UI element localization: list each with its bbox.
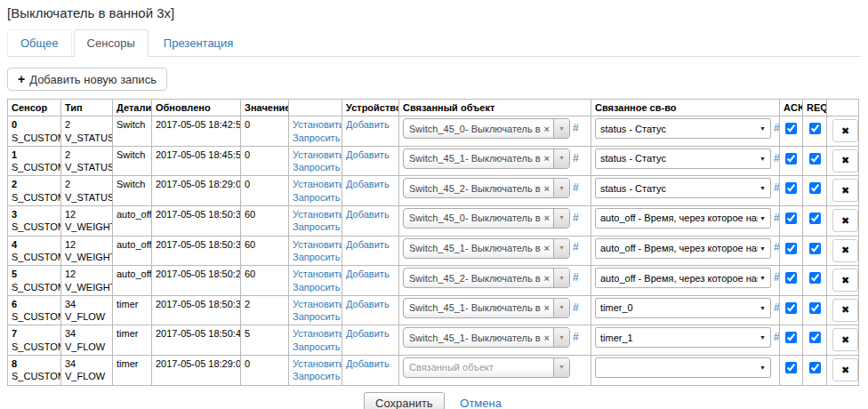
clear-icon[interactable]: × — [541, 123, 553, 135]
linked-object-select[interactable]: Switch_45_2- Выключатель в прихо... × ▾ — [403, 178, 570, 198]
delete-row-button[interactable]: ✖ — [832, 149, 858, 172]
add-device-link[interactable]: Добавить — [346, 327, 395, 340]
linked-property-select[interactable]: auto_off - Время, через которое нагрузку… — [595, 268, 771, 288]
object-hash-link[interactable]: # — [573, 122, 579, 136]
linked-object-select[interactable]: Switch_45_1- Выключатель в ванно... × ▾ — [403, 238, 570, 259]
add-device-link[interactable]: Добавить — [346, 118, 395, 131]
req-checkbox[interactable] — [809, 362, 821, 373]
linked-object-select[interactable]: Switch_45_1- Выключатель в ванно... × ▾ — [403, 298, 570, 318]
req-checkbox[interactable] — [809, 332, 821, 343]
request-value-link[interactable]: Запросить — [293, 221, 338, 233]
property-hash-link[interactable]: # — [774, 212, 780, 226]
set-value-link[interactable]: Установить — [293, 208, 338, 221]
set-value-link[interactable]: Установить — [293, 238, 338, 251]
tab-presentation[interactable]: Презентация — [150, 29, 247, 56]
linked-property-select[interactable]: timer_0 ▼ — [595, 298, 771, 318]
object-hash-link[interactable]: # — [573, 181, 579, 196]
property-hash-link[interactable]: # — [774, 152, 780, 166]
req-checkbox[interactable] — [809, 302, 821, 314]
property-hash-link[interactable]: # — [774, 271, 780, 285]
request-value-link[interactable]: Запросить — [293, 341, 338, 353]
linked-property-select[interactable]: status - Статус ▼ — [595, 178, 771, 198]
object-hash-link[interactable]: # — [573, 331, 579, 345]
req-checkbox[interactable] — [809, 153, 821, 164]
object-hash-link[interactable]: # — [573, 212, 579, 226]
delete-row-button[interactable]: ✖ — [832, 239, 858, 262]
clear-icon[interactable]: × — [541, 212, 553, 224]
linked-property-select[interactable]: auto_off - Время, через которое нагрузку… — [595, 208, 771, 229]
linked-object-select[interactable]: Связанный объект × ▾ — [403, 357, 570, 378]
set-value-link[interactable]: Установить — [293, 357, 338, 370]
linked-object-select[interactable]: Switch_45_1- Выключатель в ванно... × ▾ — [403, 148, 570, 169]
delete-row-button[interactable]: ✖ — [832, 269, 858, 292]
request-value-link[interactable]: Запросить — [293, 132, 338, 144]
save-button[interactable]: Сохранить — [364, 392, 445, 409]
linked-property-select[interactable]: ▼ — [595, 357, 771, 378]
chevron-down-icon[interactable]: ▾ — [553, 239, 569, 258]
linked-property-select[interactable]: status - Статус ▼ — [595, 148, 771, 169]
property-hash-link[interactable]: # — [774, 122, 780, 136]
clear-icon[interactable]: × — [541, 152, 553, 164]
request-value-link[interactable]: Запросить — [293, 370, 338, 382]
ack-checkbox[interactable] — [785, 302, 797, 314]
object-hash-link[interactable]: # — [573, 152, 579, 166]
req-checkbox[interactable] — [809, 243, 821, 254]
linked-property-select[interactable]: status - Статус ▼ — [595, 118, 771, 139]
tab-sensors[interactable]: Сенсоры — [74, 29, 149, 57]
cancel-link[interactable]: Отмена — [460, 397, 502, 409]
add-device-link[interactable]: Добавить — [346, 208, 395, 221]
delete-row-button[interactable]: ✖ — [832, 358, 858, 381]
chevron-down-icon[interactable]: ▾ — [553, 328, 569, 347]
chevron-down-icon[interactable]: ▾ — [553, 119, 569, 138]
set-value-link[interactable]: Установить — [293, 327, 338, 340]
ack-checkbox[interactable] — [785, 362, 797, 373]
request-value-link[interactable]: Запросить — [293, 310, 338, 323]
set-value-link[interactable]: Установить — [293, 118, 338, 131]
delete-row-button[interactable]: ✖ — [832, 328, 858, 351]
linked-property-select[interactable]: timer_1 ▼ — [595, 327, 771, 348]
ack-checkbox[interactable] — [785, 123, 797, 134]
set-value-link[interactable]: Установить — [293, 298, 338, 310]
request-value-link[interactable]: Запросить — [293, 281, 338, 293]
set-value-link[interactable]: Установить — [293, 268, 338, 280]
add-device-link[interactable]: Добавить — [346, 238, 395, 251]
clear-icon[interactable]: × — [541, 332, 553, 344]
delete-row-button[interactable]: ✖ — [832, 299, 858, 322]
add-device-link[interactable]: Добавить — [346, 268, 395, 280]
ack-checkbox[interactable] — [785, 153, 797, 164]
property-hash-link[interactable]: # — [774, 331, 780, 345]
clear-icon[interactable]: × — [541, 272, 553, 285]
add-device-link[interactable]: Добавить — [346, 357, 395, 370]
add-device-link[interactable]: Добавить — [346, 148, 395, 161]
object-hash-link[interactable]: # — [573, 241, 579, 255]
delete-row-button[interactable]: ✖ — [832, 179, 858, 202]
linked-object-select[interactable]: Switch_45_0- Выключатель в ванно... × ▾ — [403, 208, 570, 229]
ack-checkbox[interactable] — [785, 243, 797, 254]
request-value-link[interactable]: Запросить — [293, 161, 338, 173]
chevron-down-icon[interactable]: ▾ — [553, 269, 569, 287]
chevron-down-icon[interactable]: ▾ — [553, 179, 569, 197]
ack-checkbox[interactable] — [785, 332, 797, 343]
delete-row-button[interactable]: ✖ — [832, 119, 858, 142]
ack-checkbox[interactable] — [785, 213, 797, 224]
chevron-down-icon[interactable]: ▾ — [553, 149, 569, 168]
clear-icon[interactable]: × — [541, 301, 553, 314]
delete-row-button[interactable]: ✖ — [832, 209, 858, 232]
object-hash-link[interactable]: # — [573, 271, 579, 285]
add-record-button[interactable]: + Добавить новую запись — [7, 68, 167, 91]
ack-checkbox[interactable] — [785, 272, 797, 284]
object-hash-link[interactable]: # — [573, 301, 579, 316]
clear-icon[interactable]: × — [541, 182, 553, 195]
chevron-down-icon[interactable]: ▾ — [553, 209, 569, 228]
add-device-link[interactable]: Добавить — [346, 298, 395, 310]
add-device-link[interactable]: Добавить — [346, 178, 395, 190]
linked-property-select[interactable]: auto_off - Время, через которое нагрузку… — [595, 238, 771, 259]
ack-checkbox[interactable] — [785, 182, 797, 194]
linked-object-select[interactable]: Switch_45_2- Выключатель в прихо... × ▾ — [403, 268, 570, 288]
tab-general[interactable]: Общее — [7, 29, 72, 56]
request-value-link[interactable]: Запросить — [293, 251, 338, 263]
set-value-link[interactable]: Установить — [293, 148, 338, 161]
req-checkbox[interactable] — [809, 272, 821, 284]
req-checkbox[interactable] — [809, 182, 821, 194]
request-value-link[interactable]: Запросить — [293, 191, 338, 204]
